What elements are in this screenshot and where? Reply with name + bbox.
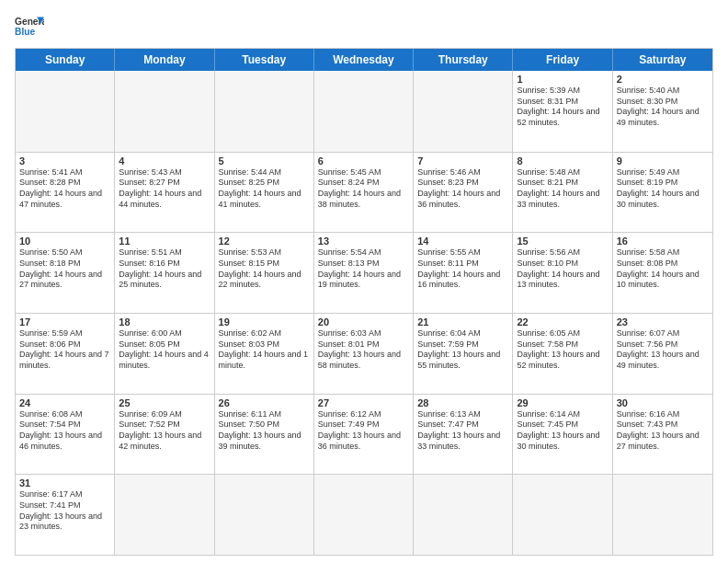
calendar-cell [414, 71, 513, 152]
day-number: 4 [119, 155, 210, 167]
header-cell-saturday: Saturday [613, 49, 712, 71]
svg-text:Blue: Blue [15, 27, 35, 37]
day-number: 9 [617, 155, 709, 167]
day-number: 31 [19, 477, 110, 488]
day-info: Sunrise: 6:11 AMSunset: 7:50 PMDaylight:… [219, 409, 310, 453]
calendar-cell: 8Sunrise: 5:48 AMSunset: 8:21 PMDaylight… [513, 153, 612, 233]
calendar-cell: 14Sunrise: 5:55 AMSunset: 8:11 PMDayligh… [414, 233, 513, 313]
calendar-row: 24Sunrise: 6:08 AMSunset: 7:54 PMDayligh… [16, 394, 712, 475]
calendar-cell: 10Sunrise: 5:50 AMSunset: 8:18 PMDayligh… [16, 233, 115, 313]
day-info: Sunrise: 6:16 AMSunset: 7:43 PMDaylight:… [617, 409, 709, 453]
calendar-cell: 25Sunrise: 6:09 AMSunset: 7:52 PMDayligh… [115, 395, 214, 475]
day-info: Sunrise: 6:12 AMSunset: 7:49 PMDaylight:… [318, 409, 409, 453]
calendar-cell: 11Sunrise: 5:51 AMSunset: 8:16 PMDayligh… [115, 233, 214, 313]
calendar-cell [16, 71, 115, 152]
day-number: 19 [219, 316, 310, 327]
calendar-row: 3Sunrise: 5:41 AMSunset: 8:28 PMDaylight… [16, 152, 712, 233]
day-info: Sunrise: 6:02 AMSunset: 8:03 PMDaylight:… [219, 328, 310, 372]
calendar-cell [314, 71, 414, 152]
day-number: 6 [318, 155, 409, 167]
calendar-header: SundayMondayTuesdayWednesdayThursdayFrid… [16, 49, 712, 71]
calendar-cell: 21Sunrise: 6:04 AMSunset: 7:59 PMDayligh… [414, 314, 513, 394]
calendar-cell: 22Sunrise: 6:05 AMSunset: 7:58 PMDayligh… [513, 314, 612, 394]
calendar-cell: 7Sunrise: 5:46 AMSunset: 8:23 PMDaylight… [414, 153, 513, 233]
day-number: 3 [19, 155, 110, 167]
calendar-cell: 13Sunrise: 5:54 AMSunset: 8:13 PMDayligh… [314, 233, 414, 313]
day-info: Sunrise: 5:51 AMSunset: 8:16 PMDaylight:… [119, 247, 210, 291]
calendar-cell: 15Sunrise: 5:56 AMSunset: 8:10 PMDayligh… [513, 233, 612, 313]
logo: General Blue [15, 15, 44, 40]
day-number: 16 [617, 236, 709, 247]
day-number: 29 [517, 397, 608, 408]
calendar-cell: 18Sunrise: 6:00 AMSunset: 8:05 PMDayligh… [115, 314, 214, 394]
calendar-cell [215, 475, 314, 555]
day-info: Sunrise: 6:05 AMSunset: 7:58 PMDaylight:… [517, 328, 608, 372]
day-info: Sunrise: 6:04 AMSunset: 7:59 PMDaylight:… [417, 328, 508, 372]
calendar-row: 10Sunrise: 5:50 AMSunset: 8:18 PMDayligh… [16, 232, 712, 313]
day-number: 18 [119, 316, 210, 327]
day-number: 8 [517, 155, 608, 167]
header-cell-friday: Friday [513, 49, 612, 71]
day-info: Sunrise: 5:55 AMSunset: 8:11 PMDaylight:… [417, 247, 508, 291]
day-number: 27 [318, 397, 409, 408]
day-info: Sunrise: 5:50 AMSunset: 8:18 PMDaylight:… [19, 247, 110, 291]
header-cell-monday: Monday [115, 49, 214, 71]
day-info: Sunrise: 5:53 AMSunset: 8:15 PMDaylight:… [219, 247, 310, 291]
header-cell-sunday: Sunday [16, 49, 115, 71]
day-number: 1 [517, 74, 608, 85]
header: General Blue [15, 15, 713, 40]
day-number: 30 [617, 397, 709, 408]
day-number: 26 [219, 397, 310, 408]
header-cell-wednesday: Wednesday [314, 49, 414, 71]
calendar-cell: 24Sunrise: 6:08 AMSunset: 7:54 PMDayligh… [16, 395, 115, 475]
day-info: Sunrise: 5:59 AMSunset: 8:06 PMDaylight:… [19, 328, 110, 372]
calendar-cell [513, 475, 612, 555]
day-number: 12 [219, 236, 310, 247]
day-number: 25 [119, 397, 210, 408]
header-cell-thursday: Thursday [414, 49, 513, 71]
day-info: Sunrise: 6:09 AMSunset: 7:52 PMDaylight:… [119, 409, 210, 453]
calendar-cell: 27Sunrise: 6:12 AMSunset: 7:49 PMDayligh… [314, 395, 414, 475]
day-number: 21 [417, 316, 508, 327]
calendar-cell: 5Sunrise: 5:44 AMSunset: 8:25 PMDaylight… [215, 153, 314, 233]
day-info: Sunrise: 5:48 AMSunset: 8:21 PMDaylight:… [517, 167, 608, 211]
calendar-cell [314, 475, 414, 555]
day-number: 2 [617, 74, 709, 85]
calendar-cell [215, 71, 314, 152]
day-number: 28 [417, 397, 508, 408]
day-info: Sunrise: 6:08 AMSunset: 7:54 PMDaylight:… [19, 409, 110, 453]
day-info: Sunrise: 6:07 AMSunset: 7:56 PMDaylight:… [617, 328, 709, 372]
day-info: Sunrise: 5:44 AMSunset: 8:25 PMDaylight:… [219, 167, 310, 211]
day-info: Sunrise: 5:49 AMSunset: 8:19 PMDaylight:… [617, 167, 709, 211]
header-cell-tuesday: Tuesday [215, 49, 314, 71]
day-number: 5 [219, 155, 310, 167]
day-number: 22 [517, 316, 608, 327]
day-number: 23 [617, 316, 709, 327]
calendar-cell: 26Sunrise: 6:11 AMSunset: 7:50 PMDayligh… [215, 395, 314, 475]
day-info: Sunrise: 5:41 AMSunset: 8:28 PMDaylight:… [19, 167, 110, 211]
calendar-row: 31Sunrise: 6:17 AMSunset: 7:41 PMDayligh… [16, 474, 712, 555]
calendar-cell: 29Sunrise: 6:14 AMSunset: 7:45 PMDayligh… [513, 395, 612, 475]
day-info: Sunrise: 6:14 AMSunset: 7:45 PMDaylight:… [517, 409, 608, 453]
logo-icon: General Blue [15, 15, 44, 40]
day-info: Sunrise: 6:17 AMSunset: 7:41 PMDaylight:… [19, 489, 110, 533]
calendar-cell: 9Sunrise: 5:49 AMSunset: 8:19 PMDaylight… [613, 153, 712, 233]
day-number: 14 [417, 236, 508, 247]
calendar-cell: 2Sunrise: 5:40 AMSunset: 8:30 PMDaylight… [613, 71, 712, 152]
calendar-cell: 1Sunrise: 5:39 AMSunset: 8:31 PMDaylight… [513, 71, 612, 152]
day-number: 24 [19, 397, 110, 408]
day-number: 17 [19, 316, 110, 327]
calendar-cell [115, 475, 214, 555]
calendar-cell [115, 71, 214, 152]
calendar-cell: 17Sunrise: 5:59 AMSunset: 8:06 PMDayligh… [16, 314, 115, 394]
calendar: SundayMondayTuesdayWednesdayThursdayFrid… [15, 48, 713, 556]
page: General Blue SundayMondayTuesdayWednesda… [0, 0, 728, 563]
calendar-cell: 20Sunrise: 6:03 AMSunset: 8:01 PMDayligh… [314, 314, 414, 394]
day-info: Sunrise: 6:00 AMSunset: 8:05 PMDaylight:… [119, 328, 210, 372]
calendar-cell: 16Sunrise: 5:58 AMSunset: 8:08 PMDayligh… [613, 233, 712, 313]
day-info: Sunrise: 5:40 AMSunset: 8:30 PMDaylight:… [617, 86, 709, 129]
day-info: Sunrise: 6:13 AMSunset: 7:47 PMDaylight:… [417, 409, 508, 453]
calendar-body: 1Sunrise: 5:39 AMSunset: 8:31 PMDaylight… [16, 71, 712, 555]
day-info: Sunrise: 6:03 AMSunset: 8:01 PMDaylight:… [318, 328, 409, 372]
calendar-cell: 19Sunrise: 6:02 AMSunset: 8:03 PMDayligh… [215, 314, 314, 394]
